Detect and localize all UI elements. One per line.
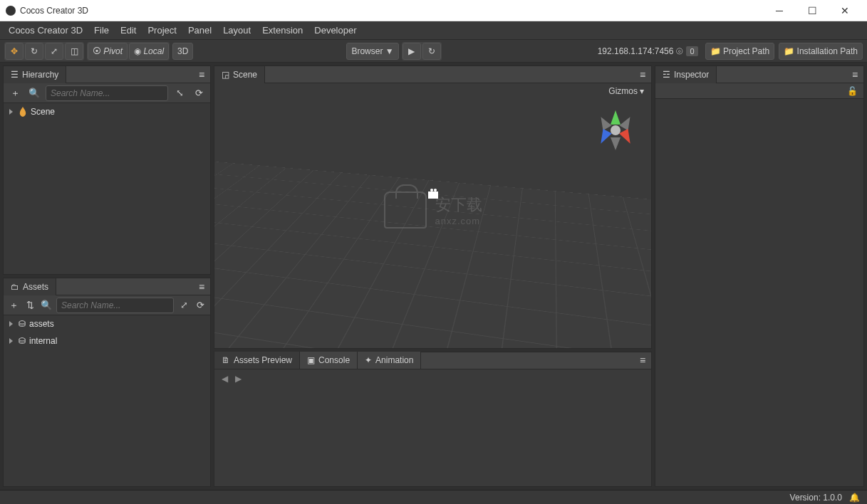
version-label: Version: 1.0.0 [790, 493, 842, 503]
play-button[interactable]: ▶ [403, 43, 421, 60]
history-back-button[interactable]: ◀ [222, 374, 228, 384]
gizmos-dropdown[interactable]: Gizmos [608, 86, 638, 96]
bottom-panel: 🗎 Assets Preview ▣ Console ✦ Animation ≡… [214, 352, 652, 487]
history-forward-button[interactable]: ▶ [235, 374, 242, 384]
menu-panel[interactable]: Panel [182, 22, 217, 38]
animation-tab[interactable]: ✦ Animation [358, 352, 421, 369]
menubar: Cocos Creator 3D File Edit Project Panel… [0, 21, 867, 40]
rotate-tool-button[interactable]: ↻ [25, 43, 43, 60]
sort-button[interactable]: ⇅ [24, 298, 36, 313]
caret-icon [9, 338, 15, 344]
move-tool-button[interactable]: ✥ [5, 43, 24, 60]
assets-tab[interactable]: 🗀 Assets [4, 278, 56, 295]
window-title: Cocos Creator 3D [20, 6, 763, 16]
menu-project[interactable]: Project [142, 22, 182, 38]
assets-icon: 🗀 [11, 282, 19, 292]
console-tab[interactable]: ▣ Console [300, 352, 358, 369]
add-node-button[interactable]: ＋ [7, 85, 23, 101]
bag-icon [384, 191, 427, 229]
collapse-all-button[interactable]: ⤡ [172, 85, 187, 101]
database-icon: ⛁ [19, 336, 26, 346]
hierarchy-icon: ☰ [11, 70, 19, 80]
inspector-icon: ☲ [663, 70, 670, 80]
pivot-button[interactable]: ⦿ Pivot [88, 43, 128, 60]
installation-path-button[interactable]: 📁 Installation Path [779, 43, 863, 60]
preview-icon: 🗎 [222, 355, 230, 365]
scene-root-item[interactable]: Scene [4, 103, 210, 120]
hierarchy-search-input[interactable] [46, 85, 168, 101]
assets-preview-body [214, 388, 651, 486]
wifi-icon: ⦾ [676, 46, 683, 56]
axis-y-icon [611, 110, 621, 125]
hierarchy-panel-menu[interactable]: ≡ [193, 69, 210, 80]
flame-icon [19, 107, 27, 117]
add-asset-button[interactable]: ＋ [7, 298, 20, 313]
menu-file[interactable]: File [88, 22, 115, 38]
hierarchy-panel: ☰ Hierarchy ≡ ＋ 🔍 ⤡ ⟳ Scene [3, 65, 211, 275]
assets-search-input[interactable] [56, 298, 174, 313]
assets-panel-menu[interactable]: ≡ [193, 281, 210, 293]
local-button[interactable]: ◉ Local [129, 43, 169, 60]
reload-button[interactable]: ↻ [422, 43, 441, 60]
caret-icon [9, 109, 15, 115]
globe-icon: ◉ [134, 46, 141, 56]
preview-target-dropdown[interactable]: Browser ▼ [346, 43, 398, 60]
close-button[interactable]: ✕ [829, 0, 861, 21]
statusbar: Version: 1.0.0 🔔 [0, 490, 867, 504]
inspector-panel: ☲ Inspector ≡ 🔓 [655, 65, 864, 487]
menu-extension[interactable]: Extension [256, 22, 308, 38]
app-logo-icon [6, 6, 16, 16]
scale-tool-button[interactable]: ⤢ [45, 43, 63, 60]
hierarchy-tab[interactable]: ☰ Hierarchy [4, 66, 66, 83]
watermark: 安下载 anxz.com [384, 191, 482, 229]
lock-button[interactable]: 🔓 [847, 86, 858, 96]
inspector-panel-menu[interactable]: ≡ [846, 69, 863, 80]
search-icon: 🔍 [40, 298, 53, 313]
project-path-button[interactable]: 📁 Project Path [705, 43, 775, 60]
menu-edit[interactable]: Edit [115, 22, 142, 38]
console-icon: ▣ [307, 355, 315, 365]
scene-panel-menu[interactable]: ≡ [634, 69, 651, 80]
3d-toggle-button[interactable]: 3D [172, 43, 193, 60]
folder-icon: 📁 [710, 46, 721, 56]
pivot-icon: ⦿ [93, 46, 101, 56]
assets-preview-tab[interactable]: 🗎 Assets Preview [214, 352, 300, 369]
refresh-assets-button[interactable]: ⟳ [194, 298, 207, 313]
titlebar: Cocos Creator 3D ─ ☐ ✕ [0, 0, 867, 21]
asset-folder-assets[interactable]: ⛁ assets [4, 315, 210, 332]
folder-icon: 📁 [784, 46, 794, 56]
maximize-button[interactable]: ☐ [796, 0, 829, 21]
minimize-button[interactable]: ─ [763, 0, 796, 21]
bottom-panel-menu[interactable]: ≡ [634, 355, 651, 366]
asset-folder-internal[interactable]: ⛁ internal [4, 332, 210, 350]
rect-tool-button[interactable]: ◫ [65, 43, 83, 60]
notifications-button[interactable]: 🔔 [849, 493, 860, 503]
scene-tab[interactable]: ◲ Scene [214, 66, 265, 83]
database-icon: ⛁ [19, 319, 26, 329]
chevron-down-icon: ▾ [640, 86, 644, 96]
menu-developer[interactable]: Developer [308, 22, 362, 38]
scene-panel: ◲ Scene ≡ Gizmos ▾ 安下载 anxz.com [214, 65, 652, 349]
scene-icon: ◲ [222, 70, 229, 80]
menu-layout[interactable]: Layout [217, 22, 256, 38]
scene-viewport[interactable]: Gizmos ▾ 安下载 anxz.com [214, 83, 651, 348]
assets-panel: 🗀 Assets ≡ ＋ ⇅ 🔍 ⤢ ⟳ ⛁ assets [3, 278, 211, 487]
inspector-tab[interactable]: ☲ Inspector [655, 66, 717, 83]
menu-app[interactable]: Cocos Creator 3D [3, 22, 88, 38]
orientation-gizmo[interactable] [597, 112, 634, 149]
animation-icon: ✦ [365, 355, 372, 365]
axis-z-icon [596, 129, 612, 146]
refresh-button[interactable]: ⟳ [191, 85, 207, 101]
search-icon: 🔍 [26, 85, 42, 101]
caret-icon [9, 321, 15, 327]
expand-button[interactable]: ⤢ [177, 298, 190, 313]
ip-address: 192.168.1.174:7456 ⦾ 0 [595, 46, 701, 56]
toolbar: ✥ ↻ ⤢ ◫ ⦿ Pivot ◉ Local 3D Browser ▼ ▶ ↻… [0, 40, 867, 63]
axis-x-icon [619, 129, 635, 146]
inspector-body [655, 99, 863, 486]
connection-count-badge: 0 [686, 46, 697, 56]
